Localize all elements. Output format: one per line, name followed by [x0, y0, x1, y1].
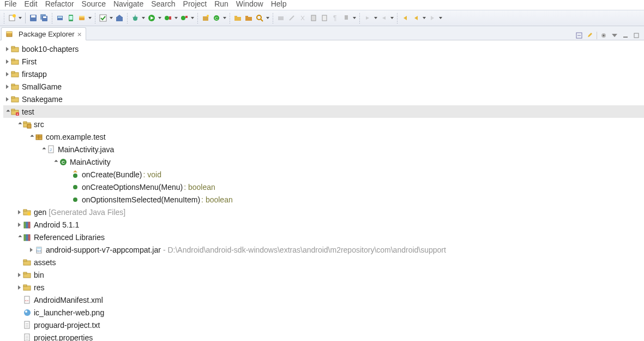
- toggle-mark-button[interactable]: ¶: [330, 13, 340, 23]
- collapse-all-button[interactable]: [575, 31, 583, 40]
- new-button[interactable]: [7, 13, 17, 23]
- minimize-view-button[interactable]: [621, 31, 630, 40]
- tree-node[interactable]: proguard-project.txt: [3, 319, 644, 331]
- wand-button[interactable]: [287, 13, 297, 23]
- expanded-arrow-icon[interactable]: [15, 121, 23, 128]
- close-tab-icon[interactable]: ✕: [77, 30, 82, 38]
- lint-button[interactable]: [77, 13, 87, 23]
- pin-dropdown[interactable]: [352, 13, 357, 23]
- run-last-button[interactable]: [163, 13, 173, 23]
- collapsed-arrow-icon[interactable]: [15, 271, 23, 279]
- lint-dropdown[interactable]: [88, 13, 92, 23]
- next-annotation-button[interactable]: [363, 13, 372, 23]
- package-explorer-tab[interactable]: Package Explorer ✕: [1, 27, 86, 40]
- toolbar-grip[interactable]: [359, 13, 360, 23]
- tree-node[interactable]: JMainActivity.java: [3, 143, 644, 155]
- search-dropdown[interactable]: [266, 13, 270, 23]
- tree-node[interactable]: src: [3, 118, 644, 130]
- checkbox-button[interactable]: [98, 13, 108, 23]
- toolbar-grip[interactable]: [51, 13, 53, 23]
- tree-node[interactable]: onCreate(Bundle) : void: [3, 168, 644, 181]
- menu-help[interactable]: Help: [271, 0, 287, 8]
- tree-node[interactable]: Referenced Libraries: [3, 231, 644, 243]
- next-annotation-dropdown[interactable]: [374, 13, 378, 23]
- back-dropdown[interactable]: [422, 13, 426, 23]
- tree-node[interactable]: SmallGame: [3, 80, 644, 93]
- collapsed-arrow-icon[interactable]: [3, 45, 11, 53]
- save-button[interactable]: [28, 13, 38, 23]
- menu-edit[interactable]: Edit: [25, 0, 38, 8]
- expanded-arrow-icon[interactable]: [15, 234, 23, 241]
- menu-refactor[interactable]: Refactor: [45, 0, 74, 8]
- link-editor-button[interactable]: [586, 31, 594, 40]
- toolbar-grip[interactable]: [396, 13, 398, 23]
- menu-window[interactable]: Window: [236, 0, 263, 8]
- menu-project[interactable]: Project: [183, 0, 207, 8]
- run-last-dropdown[interactable]: [174, 13, 178, 23]
- clipboard-button[interactable]: [309, 13, 318, 23]
- external-tools-dropdown[interactable]: [190, 13, 195, 23]
- tree-node[interactable]: Snakegame: [3, 93, 644, 105]
- collapsed-arrow-icon[interactable]: [3, 58, 11, 65]
- prev-annotation-button[interactable]: [379, 13, 389, 23]
- collapsed-arrow-icon[interactable]: [15, 208, 23, 216]
- tree-node[interactable]: bin: [3, 268, 644, 281]
- collapsed-arrow-icon[interactable]: [15, 221, 23, 229]
- tree-node[interactable]: CMainActivity: [3, 155, 644, 168]
- tree-node[interactable]: onOptionsItemSelected(MenuItem) : boolea…: [3, 193, 644, 206]
- tree-node[interactable]: res: [3, 281, 644, 294]
- toolbar-grip[interactable]: [229, 13, 231, 23]
- expanded-arrow-icon[interactable]: [51, 158, 59, 166]
- tree-node[interactable]: firstapp: [3, 68, 644, 80]
- new-class-button[interactable]: C: [212, 13, 221, 23]
- tree-node[interactable]: xtest: [3, 105, 644, 118]
- tree-node[interactable]: assets: [3, 256, 644, 268]
- print-button[interactable]: [276, 13, 286, 23]
- open-task-button[interactable]: [244, 13, 254, 23]
- toolbar-grip[interactable]: [94, 13, 96, 23]
- open-type-button[interactable]: [233, 13, 243, 23]
- toolbar-grip[interactable]: [197, 13, 198, 23]
- search-button[interactable]: [255, 13, 264, 23]
- debug-dropdown[interactable]: [141, 13, 146, 23]
- sdk-manager-button[interactable]: [55, 13, 65, 23]
- tree-node[interactable]: Android 5.1.1: [3, 218, 644, 231]
- tree-node[interactable]: First: [3, 55, 644, 68]
- toolbar-grip[interactable]: [272, 13, 274, 23]
- tree-node[interactable]: gen[Generated Java Files]: [3, 206, 644, 218]
- tree-node[interactable]: ic_launcher-web.png: [3, 306, 644, 319]
- forward-button[interactable]: [428, 13, 437, 23]
- back-history-button[interactable]: [411, 13, 421, 23]
- external-tools-button[interactable]: [179, 13, 189, 23]
- build-button[interactable]: [115, 13, 124, 23]
- toolbar-grip[interactable]: [127, 13, 128, 23]
- menu-run[interactable]: Run: [214, 0, 228, 8]
- collapsed-arrow-icon[interactable]: [3, 70, 11, 78]
- forward-dropdown[interactable]: [438, 13, 443, 23]
- expanded-arrow-icon[interactable]: [3, 108, 11, 116]
- tree-node[interactable]: book10-chapters: [3, 43, 644, 55]
- new-dropdown[interactable]: [18, 13, 22, 23]
- tree-node[interactable]: 010android-support-v7-appcompat.jar- D:\…: [3, 243, 644, 256]
- tree-node[interactable]: com.example.test: [3, 130, 644, 143]
- toolbar-grip[interactable]: [3, 13, 5, 23]
- checkbox-dropdown[interactable]: [109, 13, 113, 23]
- tree-node[interactable]: <>AndroidManifest.xml: [3, 294, 644, 306]
- save-all-button[interactable]: [39, 13, 49, 23]
- pin-button[interactable]: [341, 13, 351, 23]
- view-menu-button[interactable]: [610, 31, 619, 40]
- tree-node[interactable]: project.properties: [3, 331, 644, 341]
- maximize-view-button[interactable]: [632, 31, 641, 40]
- debug-button[interactable]: [130, 13, 140, 23]
- avd-manager-button[interactable]: [66, 13, 76, 23]
- prev-annotation-dropdown[interactable]: [390, 13, 394, 23]
- expanded-arrow-icon[interactable]: [39, 146, 47, 153]
- menu-file[interactable]: File: [4, 0, 17, 8]
- menu-source[interactable]: Source: [82, 0, 106, 8]
- menu-search[interactable]: Search: [151, 0, 175, 8]
- focus-task-button[interactable]: [599, 31, 608, 40]
- cut-button[interactable]: [298, 13, 308, 23]
- collapsed-arrow-icon[interactable]: [27, 246, 35, 254]
- tree-node[interactable]: onCreateOptionsMenu(Menu) : boolean: [3, 181, 644, 193]
- new-package-button[interactable]: [201, 13, 210, 23]
